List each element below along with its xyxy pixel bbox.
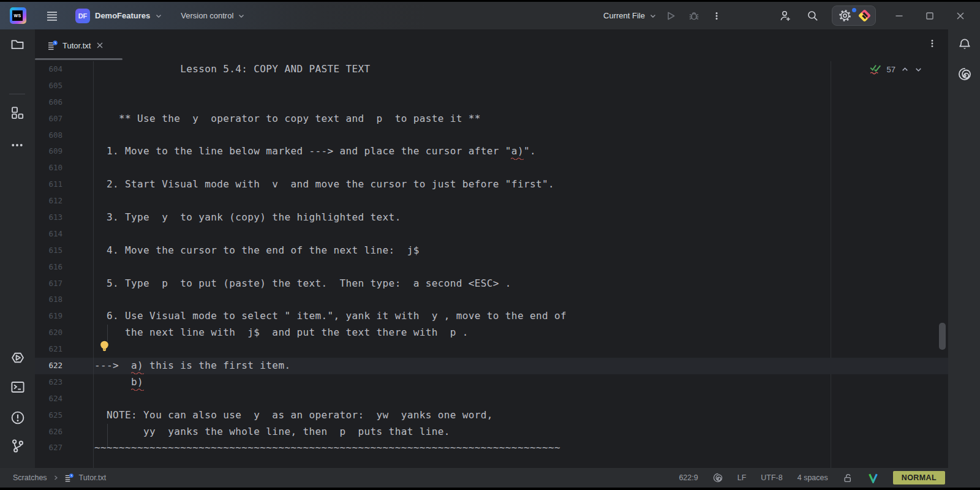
prev-problem-chevron-icon[interactable] [901,66,909,74]
indent-setting[interactable]: 4 spaces [797,473,828,482]
caret-position[interactable]: 622:9 [679,473,698,482]
left-tool-window-stripe [0,29,35,468]
line-number[interactable]: 626 [35,424,93,440]
line-number[interactable]: 610 [35,160,93,176]
chevron-down-icon [238,12,245,20]
code-line[interactable]: 617 5. Type p to put (paste) the text. T… [35,276,948,292]
line-number[interactable]: 608 [35,127,93,144]
code-line[interactable]: 618 [35,292,948,308]
maximize-icon[interactable] [925,11,935,21]
more-tool-windows-button[interactable] [10,138,24,152]
line-number[interactable]: 617 [35,276,93,292]
line-number[interactable]: 607 [35,111,93,127]
code-line[interactable]: 611 2. Start Visual mode with v and move… [35,176,948,193]
code-line[interactable]: 607 ** Use the y operator to copy text a… [35,111,948,127]
editor-pane[interactable]: 604 Lesson 5.4: COPY AND PASTE TEXT60560… [35,61,948,468]
line-text [93,341,948,358]
ideavim-v-icon[interactable] [868,473,878,483]
line-text: 4. Move the cursor to the end of the nex… [93,243,948,259]
code-line[interactable]: 623 b) [35,374,948,391]
minimize-icon[interactable] [894,11,904,21]
code-line[interactable]: 616 [35,259,948,276]
more-actions-button[interactable] [712,6,722,26]
code-line[interactable]: 621 [35,341,948,358]
debug-button[interactable] [688,6,699,26]
line-number[interactable]: 609 [35,143,93,160]
code-with-me-button[interactable] [779,6,791,26]
run-tool-window-button[interactable] [10,350,25,365]
code-line[interactable]: 627~~~~~~~~~~~~~~~~~~~~~~~~~~~~~~~~~~~~~… [35,440,948,456]
code-line[interactable]: 612 [35,193,948,209]
line-number[interactable]: 620 [35,325,93,341]
project-tool-button[interactable] [10,37,24,51]
line-number[interactable]: 624 [35,391,93,407]
indent-guide [107,424,108,447]
line-number[interactable]: 625 [35,407,93,424]
code-line[interactable]: 622---> a) this is the first item. [35,358,948,374]
code-line[interactable]: 620 the next line with j$ and put the te… [35,325,948,341]
line-text: 2. Start Visual mode with v and move the… [93,176,948,193]
code-line[interactable]: 626 yy yanks the whole line, then p puts… [35,424,948,440]
breadcrumb-root[interactable]: Scratches [13,473,47,482]
code-line[interactable]: 624 [35,391,948,407]
version-control-tool-window-button[interactable] [10,439,25,453]
vcs-widget[interactable]: Version control [181,11,245,20]
code-line[interactable]: 615 4. Move the cursor to the end of the… [35,243,948,259]
main-toolbar: WS DF DemoFeatures Version control Curre… [0,2,980,29]
main-menu-button[interactable] [42,6,62,26]
notifications-button[interactable] [958,38,971,51]
line-number[interactable]: 622 [35,358,93,374]
tab-tutor-txt[interactable]: Tutor.txt [35,29,113,61]
webstorm-logo-icon[interactable]: WS [10,7,26,24]
notifications-bell-icon [958,38,971,51]
settings-gear-icon[interactable] [839,9,851,22]
vim-mode-badge[interactable]: NORMAL [893,471,945,484]
editor-options-button[interactable] [927,39,937,48]
tab-close-icon[interactable] [96,41,104,50]
code-line[interactable]: 614 [35,226,948,243]
line-number[interactable]: 604 [35,61,93,78]
code-line[interactable]: 606 [35,94,948,111]
structure-tool-button[interactable] [10,106,24,119]
line-number[interactable]: 606 [35,94,93,111]
ai-assistant-button[interactable] [958,67,971,81]
close-icon[interactable] [956,11,965,21]
next-problem-chevron-icon[interactable] [914,66,922,74]
line-number[interactable]: 615 [35,243,93,259]
code-line[interactable]: 625 NOTE: You can also use y as an opera… [35,407,948,424]
line-number[interactable]: 605 [35,78,93,94]
line-number[interactable]: 619 [35,308,93,325]
breadcrumb-file[interactable]: Tutor.txt [79,473,107,482]
intention-bulb-icon[interactable] [99,340,110,353]
code-line[interactable]: 604 Lesson 5.4: COPY AND PASTE TEXT [35,61,948,78]
ide-window: WS DF DemoFeatures Version control Curre… [0,0,980,490]
editor-scrollbar-thumb[interactable] [939,323,946,350]
run-button[interactable] [665,6,676,26]
ai-assistant-status-icon[interactable] [713,473,723,483]
line-number[interactable]: 627 [35,440,93,456]
line-separator[interactable]: LF [737,473,747,482]
unlocked-icon[interactable] [843,473,853,483]
search-everywhere-button[interactable] [807,6,819,26]
code-line[interactable]: 605 [35,78,948,94]
code-line[interactable]: 609 1. Move to the line below marked ---… [35,143,948,160]
code-line[interactable]: 619 6. Use Visual mode to select " item.… [35,308,948,325]
line-number[interactable]: 623 [35,374,93,391]
project-widget[interactable]: DF DemoFeatures [75,9,162,23]
run-configuration-selector[interactable]: Current File [603,11,657,20]
problems-tool-window-button[interactable] [10,410,25,425]
line-number[interactable]: 611 [35,176,93,193]
file-encoding[interactable]: UTF-8 [761,473,782,482]
ideavim-plugin-icon[interactable] [858,9,871,22]
line-number[interactable]: 614 [35,226,93,243]
line-number[interactable]: 618 [35,292,93,308]
line-number[interactable]: 613 [35,209,93,226]
code-line[interactable]: 610 [35,160,948,176]
line-number[interactable]: 616 [35,259,93,276]
line-number[interactable]: 621 [35,341,93,358]
inspections-widget[interactable]: 57 [870,64,922,75]
terminal-tool-window-button[interactable] [10,380,25,394]
code-line[interactable]: 613 3. Type y to yank (copy) the highlig… [35,209,948,226]
line-number[interactable]: 612 [35,193,93,209]
code-line[interactable]: 608 [35,127,948,144]
